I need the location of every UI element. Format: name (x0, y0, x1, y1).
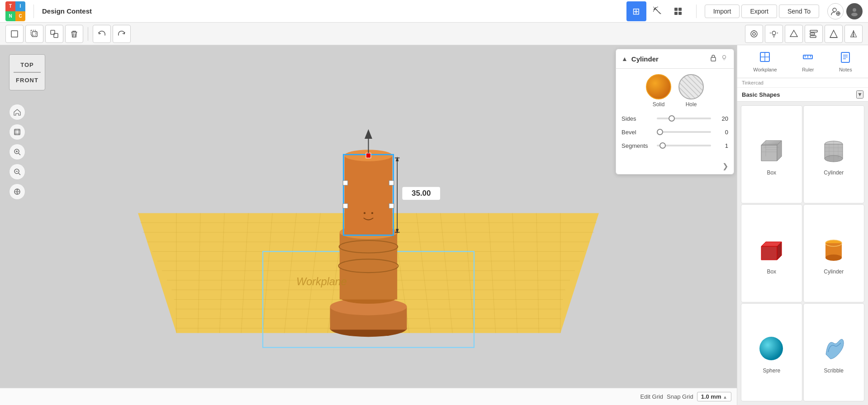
wire-cylinder-label: Cylinder (824, 170, 844, 176)
workplane-icon (759, 51, 771, 66)
handle-right[interactable] (389, 180, 394, 185)
sides-thumb[interactable] (669, 115, 675, 122)
handle-left[interactable] (343, 180, 348, 185)
up-arrow (365, 129, 372, 139)
mirror-btn[interactable] (844, 25, 863, 43)
send-to-btn[interactable]: Send To (779, 5, 819, 18)
shape-item-wire-cylinder[interactable]: Cylinder (803, 105, 865, 203)
export-btn[interactable]: Export (741, 5, 777, 18)
logo-i: I (15, 1, 25, 11)
shape-item-red-box[interactable]: Box (741, 204, 802, 302)
bevel-value: 0 (715, 129, 728, 136)
workplane-tool[interactable]: Workplane (748, 49, 782, 74)
sides-label: Sides (621, 115, 653, 122)
add-user-btn[interactable] (827, 3, 844, 19)
smiley-eye-left (364, 212, 365, 214)
top-actions: Import Export Send To (705, 5, 819, 18)
light-btn[interactable] (765, 25, 783, 43)
flip-btn[interactable] (825, 25, 843, 43)
right-panel: Workplane Ruler Notes Tinkercad Basic Sh… (737, 45, 868, 405)
prop-collapse-btn[interactable]: ▲ (621, 55, 628, 62)
hole-circle (678, 74, 704, 99)
align-btn[interactable] (805, 25, 823, 43)
svg-rect-27 (14, 129, 20, 135)
grid-view-btn[interactable]: ⊞ (626, 1, 646, 21)
notes-icon (839, 51, 852, 66)
prop-icons (709, 54, 728, 64)
svg-point-106 (825, 254, 842, 261)
ruler-tool[interactable]: Ruler (796, 49, 820, 74)
orange-cyl-label: Cylinder (824, 268, 844, 275)
view-cube-top: TOP (20, 61, 34, 68)
svg-point-16 (753, 33, 755, 35)
shape-tool-btn[interactable] (785, 25, 803, 43)
prop-lock-btn[interactable] (709, 54, 717, 64)
handle-bottom-right[interactable] (389, 203, 394, 208)
sides-track (657, 118, 711, 119)
apps-view-btn[interactable] (668, 1, 688, 21)
snap-grid-bar: Edit Grid Snap Grid 1.0 mm ▲ (0, 388, 737, 405)
edit-grid-btn[interactable]: Edit Grid (640, 393, 664, 400)
solid-btn[interactable]: Solid (646, 74, 671, 108)
dim-label-text: 35.00 (412, 189, 431, 198)
prop-more-btn[interactable]: ❯ (722, 162, 728, 170)
shapes-library-header: Basic Shapes ▼ (737, 88, 868, 102)
duplicate-btn[interactable] (25, 25, 43, 43)
view-cube-divider (14, 72, 41, 73)
ruler-label: Ruler (802, 67, 814, 72)
svg-point-8 (853, 8, 856, 12)
import-btn[interactable]: Import (705, 5, 740, 18)
hole-btn[interactable]: Hole (678, 74, 704, 108)
svg-rect-12 (31, 30, 36, 35)
copy-btn[interactable] (45, 25, 63, 43)
bevel-thumb[interactable] (657, 129, 663, 135)
svg-point-4 (833, 8, 836, 12)
svg-rect-24 (810, 36, 816, 38)
handle-bottom-left[interactable] (343, 203, 348, 208)
separator (33, 5, 34, 18)
prop-light-btn[interactable] (720, 54, 728, 64)
shape-item-sphere[interactable]: Sphere (741, 303, 802, 401)
prop-title: Cylinder (631, 55, 706, 63)
new-object-btn[interactable] (5, 25, 24, 43)
bevel-slider[interactable] (657, 127, 711, 137)
undo-btn[interactable] (93, 25, 111, 43)
library-dropdown-btn[interactable]: ▼ (856, 90, 863, 99)
frame-btn[interactable] (9, 124, 25, 140)
app-logo: T I N C (5, 1, 25, 21)
handle-top[interactable] (366, 153, 371, 158)
shape-item-wire-box[interactable]: Box (741, 105, 802, 203)
user-avatar[interactable] (846, 3, 863, 19)
redo-btn[interactable] (113, 25, 131, 43)
orientation-btn[interactable] (9, 184, 25, 200)
zoom-out-btn[interactable] (9, 164, 25, 180)
shape-item-orange-cylinder[interactable]: Cylinder (803, 204, 865, 302)
solid-circle (646, 74, 671, 99)
shape-item-scribble[interactable]: Scribble (803, 303, 865, 401)
view-cube[interactable]: TOP FRONT (9, 54, 45, 90)
svg-rect-1 (678, 8, 682, 11)
workplane-text: Workplane (296, 276, 347, 287)
notes-tool[interactable]: Notes (834, 49, 858, 74)
tools-view-btn[interactable]: ⛏ (647, 1, 667, 21)
home-btn[interactable] (9, 104, 25, 120)
segments-slider[interactable] (657, 141, 711, 150)
svg-point-17 (754, 30, 754, 31)
smiley-eye-right (371, 212, 373, 214)
delete-btn[interactable] (65, 25, 83, 43)
svg-rect-2 (674, 12, 678, 15)
svg-rect-22 (810, 30, 817, 32)
tinkercad-brand: Tinkercad (737, 78, 868, 88)
segments-thumb[interactable] (659, 142, 666, 149)
prop-header: ▲ Cylinder (616, 49, 734, 69)
bevel-track (657, 131, 711, 133)
camera-btn[interactable] (745, 25, 763, 43)
snap-grid-value[interactable]: 1.0 mm ▲ (697, 392, 731, 401)
zoom-in-btn[interactable] (9, 144, 25, 160)
sides-value: 20 (715, 115, 728, 122)
red-box-label: Box (767, 268, 776, 275)
sides-slider[interactable] (657, 114, 711, 123)
svg-rect-23 (810, 33, 815, 35)
svg-point-9 (851, 13, 858, 16)
tinkercad-brand-name: Tinkercad (742, 80, 764, 85)
